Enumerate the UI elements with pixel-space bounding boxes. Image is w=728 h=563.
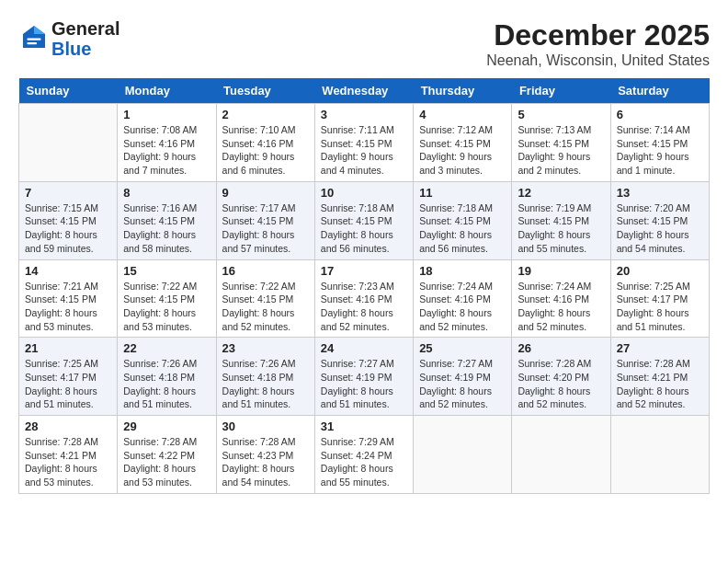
day-info: Sunrise: 7:28 AM Sunset: 4:21 PM Dayligh… (25, 435, 111, 489)
day-info: Sunrise: 7:17 AM Sunset: 4:15 PM Dayligh… (222, 201, 309, 256)
logo-blue: Blue (51, 39, 119, 59)
calendar-cell: 3Sunrise: 7:11 AM Sunset: 4:15 PM Daylig… (314, 104, 413, 182)
header-day-sunday: Sunday (19, 78, 118, 104)
calendar-cell: 11Sunrise: 7:18 AM Sunset: 4:15 PM Dayli… (414, 181, 512, 259)
header-day-thursday: Thursday (414, 78, 512, 104)
day-info: Sunrise: 7:26 AM Sunset: 4:18 PM Dayligh… (123, 357, 210, 411)
calendar-cell: 4Sunrise: 7:12 AM Sunset: 4:15 PM Daylig… (414, 104, 512, 182)
calendar-cell: 2Sunrise: 7:10 AM Sunset: 4:16 PM Daylig… (216, 104, 314, 182)
day-number: 17 (321, 264, 407, 278)
day-info: Sunrise: 7:22 AM Sunset: 4:15 PM Dayligh… (222, 280, 309, 334)
week-row-5: 28Sunrise: 7:28 AM Sunset: 4:21 PM Dayli… (19, 416, 710, 494)
calendar-cell: 14Sunrise: 7:21 AM Sunset: 4:15 PM Dayli… (19, 259, 118, 338)
day-info: Sunrise: 7:18 AM Sunset: 4:15 PM Dayligh… (321, 201, 407, 256)
calendar-header-row: SundayMondayTuesdayWednesdayThursdayFrid… (19, 78, 710, 104)
calendar-cell: 12Sunrise: 7:19 AM Sunset: 4:15 PM Dayli… (512, 181, 610, 259)
calendar-cell (414, 416, 512, 494)
calendar-cell (610, 416, 709, 494)
day-info: Sunrise: 7:13 AM Sunset: 4:15 PM Dayligh… (518, 123, 604, 178)
calendar-cell: 1Sunrise: 7:08 AM Sunset: 4:16 PM Daylig… (118, 104, 216, 182)
calendar-cell: 8Sunrise: 7:16 AM Sunset: 4:15 PM Daylig… (118, 181, 216, 259)
logo-general: General (51, 18, 119, 39)
day-number: 4 (419, 108, 506, 121)
day-number: 26 (518, 341, 604, 355)
day-number: 8 (123, 186, 210, 200)
calendar-cell (19, 104, 118, 182)
day-number: 28 (25, 419, 111, 433)
day-info: Sunrise: 7:27 AM Sunset: 4:19 PM Dayligh… (321, 357, 407, 411)
day-number: 11 (419, 186, 506, 200)
day-number: 10 (321, 186, 407, 200)
day-number: 19 (518, 264, 604, 278)
day-number: 23 (222, 341, 309, 355)
calendar-cell: 17Sunrise: 7:23 AM Sunset: 4:16 PM Dayli… (314, 259, 413, 338)
day-info: Sunrise: 7:14 AM Sunset: 4:15 PM Dayligh… (617, 123, 703, 178)
day-number: 20 (617, 264, 703, 278)
calendar-cell: 22Sunrise: 7:26 AM Sunset: 4:18 PM Dayli… (118, 338, 216, 416)
day-number: 27 (617, 341, 703, 355)
day-info: Sunrise: 7:28 AM Sunset: 4:20 PM Dayligh… (518, 357, 604, 411)
calendar-cell: 5Sunrise: 7:13 AM Sunset: 4:15 PM Daylig… (512, 104, 610, 182)
day-info: Sunrise: 7:24 AM Sunset: 4:16 PM Dayligh… (419, 280, 506, 334)
calendar-cell: 18Sunrise: 7:24 AM Sunset: 4:16 PM Dayli… (414, 259, 512, 338)
day-number: 6 (617, 108, 703, 121)
day-info: Sunrise: 7:23 AM Sunset: 4:16 PM Dayligh… (321, 280, 407, 334)
calendar-cell: 30Sunrise: 7:28 AM Sunset: 4:23 PM Dayli… (216, 416, 314, 494)
day-info: Sunrise: 7:21 AM Sunset: 4:15 PM Dayligh… (25, 280, 111, 334)
week-row-1: 1Sunrise: 7:08 AM Sunset: 4:16 PM Daylig… (19, 104, 710, 182)
day-info: Sunrise: 7:28 AM Sunset: 4:23 PM Dayligh… (222, 435, 309, 489)
day-number: 31 (321, 419, 407, 433)
calendar-table: SundayMondayTuesdayWednesdayThursdayFrid… (18, 78, 710, 494)
day-info: Sunrise: 7:25 AM Sunset: 4:17 PM Dayligh… (25, 357, 111, 411)
day-number: 21 (25, 341, 111, 355)
calendar-cell: 7Sunrise: 7:15 AM Sunset: 4:15 PM Daylig… (19, 181, 118, 259)
calendar-cell: 27Sunrise: 7:28 AM Sunset: 4:21 PM Dayli… (610, 338, 709, 416)
calendar-cell: 16Sunrise: 7:22 AM Sunset: 4:15 PM Dayli… (216, 259, 314, 338)
calendar-cell: 28Sunrise: 7:28 AM Sunset: 4:21 PM Dayli… (19, 416, 118, 494)
day-info: Sunrise: 7:29 AM Sunset: 4:24 PM Dayligh… (321, 435, 407, 489)
header-day-friday: Friday (512, 78, 610, 104)
calendar-cell: 19Sunrise: 7:24 AM Sunset: 4:16 PM Dayli… (512, 259, 610, 338)
day-info: Sunrise: 7:22 AM Sunset: 4:15 PM Dayligh… (123, 280, 210, 334)
day-info: Sunrise: 7:18 AM Sunset: 4:15 PM Dayligh… (419, 201, 506, 256)
day-number: 9 (222, 186, 309, 200)
day-number: 30 (222, 419, 309, 433)
location-title: Neenah, Wisconsin, United States (486, 52, 710, 69)
day-info: Sunrise: 7:28 AM Sunset: 4:22 PM Dayligh… (123, 435, 210, 489)
day-number: 18 (419, 264, 506, 278)
logo-icon (20, 23, 48, 51)
day-info: Sunrise: 7:28 AM Sunset: 4:21 PM Dayligh… (617, 357, 703, 411)
day-info: Sunrise: 7:12 AM Sunset: 4:15 PM Dayligh… (419, 123, 506, 178)
calendar-cell: 15Sunrise: 7:22 AM Sunset: 4:15 PM Dayli… (118, 259, 216, 338)
calendar-cell: 24Sunrise: 7:27 AM Sunset: 4:19 PM Dayli… (314, 338, 413, 416)
header-day-saturday: Saturday (610, 78, 709, 104)
day-info: Sunrise: 7:27 AM Sunset: 4:19 PM Dayligh… (419, 357, 506, 411)
page-header: General Blue December 2025 Neenah, Wisco… (18, 18, 710, 69)
day-number: 5 (518, 108, 604, 121)
title-block: December 2025 Neenah, Wisconsin, United … (486, 18, 710, 69)
day-number: 22 (123, 341, 210, 355)
day-number: 3 (321, 108, 407, 121)
calendar-cell: 21Sunrise: 7:25 AM Sunset: 4:17 PM Dayli… (19, 338, 118, 416)
day-number: 12 (518, 186, 604, 200)
day-info: Sunrise: 7:10 AM Sunset: 4:16 PM Dayligh… (222, 123, 309, 178)
week-row-2: 7Sunrise: 7:15 AM Sunset: 4:15 PM Daylig… (19, 181, 710, 259)
day-info: Sunrise: 7:15 AM Sunset: 4:15 PM Dayligh… (25, 201, 111, 256)
day-info: Sunrise: 7:25 AM Sunset: 4:17 PM Dayligh… (617, 280, 703, 334)
svg-marker-1 (34, 26, 45, 34)
calendar-cell: 13Sunrise: 7:20 AM Sunset: 4:15 PM Dayli… (610, 181, 709, 259)
week-row-3: 14Sunrise: 7:21 AM Sunset: 4:15 PM Dayli… (19, 259, 710, 338)
header-day-tuesday: Tuesday (216, 78, 314, 104)
day-number: 16 (222, 264, 309, 278)
header-day-wednesday: Wednesday (314, 78, 413, 104)
calendar-cell: 31Sunrise: 7:29 AM Sunset: 4:24 PM Dayli… (314, 416, 413, 494)
header-day-monday: Monday (118, 78, 216, 104)
day-info: Sunrise: 7:20 AM Sunset: 4:15 PM Dayligh… (617, 201, 703, 256)
day-info: Sunrise: 7:16 AM Sunset: 4:15 PM Dayligh… (123, 201, 210, 256)
calendar-cell: 26Sunrise: 7:28 AM Sunset: 4:20 PM Dayli… (512, 338, 610, 416)
day-number: 7 (25, 186, 111, 200)
svg-rect-2 (28, 39, 41, 40)
day-number: 24 (321, 341, 407, 355)
day-number: 29 (123, 419, 210, 433)
day-number: 2 (222, 108, 309, 121)
